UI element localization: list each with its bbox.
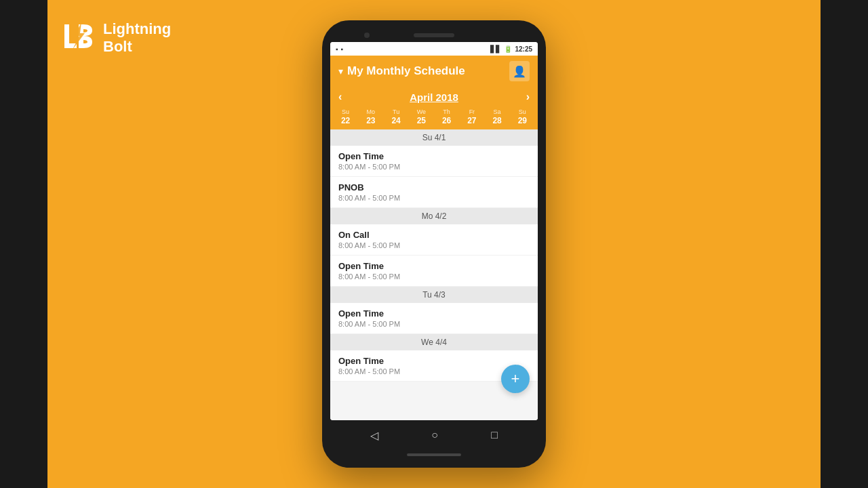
day-section-header: Mo 4/2 — [330, 208, 538, 224]
phone-speaker — [414, 33, 454, 37]
status-bar: ▪ ▪ ▋▋ 🔋 12:25 — [330, 42, 538, 56]
schedule-item[interactable]: On Call 8:00 AM - 5:00 PM — [330, 224, 538, 256]
chevron-down-icon[interactable]: ▾ — [338, 66, 343, 77]
home-bar-line — [407, 453, 461, 456]
schedule-item-time: 8:00 AM - 5:00 PM — [338, 241, 530, 249]
day-cell[interactable]: Su 29 — [510, 108, 535, 125]
logo-area: Lightning Bolt — [61, 20, 171, 56]
day-name: Su — [342, 108, 349, 115]
signal-icon: ▪ — [341, 45, 344, 53]
day-headers: Su 22 Mo 23 Tu 24 We 25 Th 26 Fr 27 Sa 2… — [330, 107, 538, 129]
schedule-item[interactable]: PNOB 8:00 AM - 5:00 PM — [330, 177, 538, 208]
day-num: 28 — [492, 116, 501, 125]
day-cell[interactable]: Mo 23 — [358, 108, 383, 125]
phone-home-bar — [330, 450, 538, 460]
schedule-item[interactable]: Open Time 8:00 AM - 5:00 PM — [330, 256, 538, 287]
prev-month-button[interactable]: ‹ — [338, 91, 342, 103]
day-name: Mo — [367, 108, 376, 115]
schedule-item-title: Open Time — [338, 356, 530, 366]
schedule-item-time: 8:00 AM - 5:00 PM — [338, 163, 530, 171]
schedule-item-time: 8:00 AM - 5:00 PM — [338, 194, 530, 202]
recents-button[interactable]: □ — [491, 429, 498, 441]
day-name: Su — [519, 108, 526, 115]
day-cell[interactable]: Su 22 — [333, 108, 358, 125]
status-time-battery: ▋▋ 🔋 12:25 — [490, 45, 532, 53]
day-num: 22 — [341, 116, 350, 125]
schedule-item-title: Open Time — [338, 308, 530, 319]
day-section-header: Tu 4/3 — [330, 287, 538, 303]
app-header: ▾ My Monthly Schedule 👤 — [330, 56, 538, 87]
back-button[interactable]: ◁ — [370, 429, 378, 442]
day-num: 24 — [391, 116, 400, 125]
status-icons: ▪ ▪ — [336, 45, 343, 53]
status-time: 12:25 — [515, 45, 532, 53]
add-button[interactable]: + — [501, 365, 530, 393]
day-name: We — [417, 108, 426, 115]
wifi-icon: ▪ — [336, 45, 338, 53]
signal-bars: ▋▋ — [490, 45, 501, 53]
phone-device: ▪ ▪ ▋▋ 🔋 12:25 ▾ My Monthly Schedule 👤 ‹… — [322, 20, 546, 468]
schedule-item[interactable]: Open Time 8:00 AM - 5:00 PM — [330, 146, 538, 177]
phone-bottom-nav: ◁ ○ □ — [330, 420, 538, 450]
profile-icon: 👤 — [513, 65, 526, 78]
day-num: 25 — [417, 116, 426, 125]
day-num: 29 — [518, 116, 527, 125]
phone-screen: ▪ ▪ ▋▋ 🔋 12:25 ▾ My Monthly Schedule 👤 ‹… — [330, 42, 538, 420]
schedule-item[interactable]: Open Time 8:00 AM - 5:00 PM — [330, 303, 538, 334]
battery-icon: 🔋 — [504, 45, 512, 53]
logo-icon — [61, 21, 95, 55]
day-cell[interactable]: Fr 27 — [459, 108, 484, 125]
day-num: 27 — [467, 116, 476, 125]
day-name: Sa — [494, 108, 501, 115]
side-bar-left — [0, 0, 47, 488]
side-bar-right — [821, 0, 868, 488]
month-year-label[interactable]: April 2018 — [410, 92, 458, 103]
day-section-header: We 4/4 — [330, 334, 538, 350]
schedule-item-time: 8:00 AM - 5:00 PM — [338, 320, 530, 328]
logo-text: Lightning Bolt — [103, 20, 171, 56]
schedule-item-title: On Call — [338, 230, 530, 240]
day-cell[interactable]: Tu 24 — [384, 108, 409, 125]
day-cell[interactable]: Th 26 — [434, 108, 459, 125]
app-header-left: ▾ My Monthly Schedule — [338, 64, 465, 78]
day-name: Fr — [469, 108, 475, 115]
phone-camera — [364, 33, 370, 38]
profile-button[interactable]: 👤 — [509, 61, 530, 81]
day-num: 26 — [442, 116, 451, 125]
phone-top — [330, 28, 538, 42]
next-month-button[interactable]: › — [526, 91, 530, 103]
home-button[interactable]: ○ — [431, 429, 438, 441]
schedule-item-time: 8:00 AM - 5:00 PM — [338, 367, 530, 375]
day-cell[interactable]: We 25 — [409, 108, 434, 125]
day-cell[interactable]: Sa 28 — [485, 108, 510, 125]
plus-icon: + — [511, 370, 520, 388]
day-name: Tu — [393, 108, 399, 115]
schedule-item-title: Open Time — [338, 261, 530, 271]
day-section-header: Su 4/1 — [330, 129, 538, 146]
schedule-item-title: Open Time — [338, 151, 530, 161]
calendar-nav: ‹ April 2018 › — [330, 87, 538, 107]
day-num: 23 — [366, 116, 375, 125]
schedule-item-title: PNOB — [338, 182, 530, 192]
schedule-item-time: 8:00 AM - 5:00 PM — [338, 272, 530, 281]
day-name: Th — [443, 108, 450, 115]
app-title: My Monthly Schedule — [347, 64, 465, 78]
